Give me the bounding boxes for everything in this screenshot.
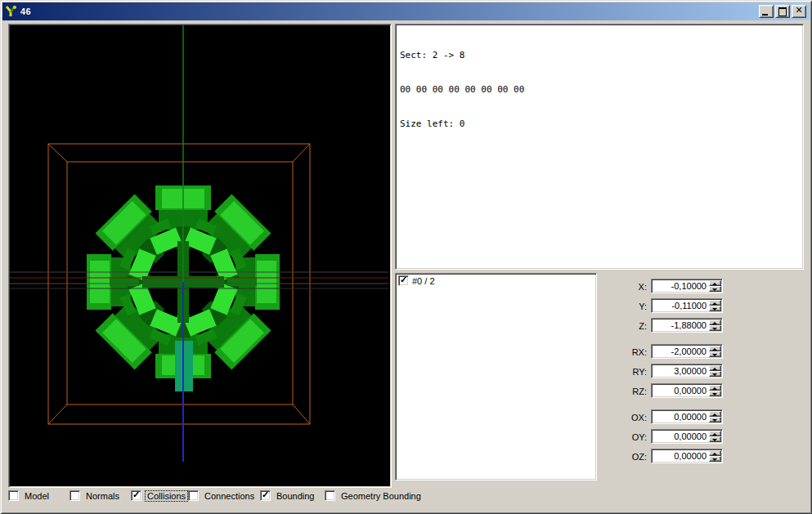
- checkbox-geometry-bounding[interactable]: Geometry Bounding: [325, 489, 423, 502]
- checkbox-collisions[interactable]: Collisions: [131, 489, 187, 502]
- ox-value[interactable]: 0,00000: [653, 411, 707, 422]
- spin-down-button[interactable]: [709, 436, 721, 442]
- normals-label: Normals: [84, 491, 121, 501]
- z-value[interactable]: -1,88000: [653, 320, 707, 331]
- oz-field[interactable]: 0,00000: [651, 449, 723, 463]
- spin-down-button[interactable]: [709, 306, 721, 311]
- rz-field[interactable]: 0,00000: [651, 383, 723, 398]
- spin-up-button[interactable]: [709, 365, 721, 371]
- oz-label: OZ:: [614, 449, 647, 465]
- bounding-label: Bounding: [275, 491, 316, 501]
- spin-down-button[interactable]: [709, 371, 721, 377]
- checkbox-connections[interactable]: Connections: [188, 489, 256, 502]
- spin-down-button[interactable]: [709, 417, 721, 422]
- rx-label: RX:: [614, 345, 647, 360]
- info-line-size: Size left: 0: [400, 118, 799, 130]
- rz-label: RZ:: [614, 384, 647, 400]
- rx-field[interactable]: -2,00000: [651, 344, 723, 359]
- oz-value[interactable]: 0,00000: [653, 450, 707, 462]
- oy-value[interactable]: 0,00000: [653, 431, 707, 442]
- model-label: Model: [23, 491, 51, 501]
- y-field[interactable]: -0,11000: [651, 298, 723, 313]
- z-label: Z:: [614, 319, 647, 334]
- window-title: 46: [20, 7, 759, 16]
- object-list[interactable]: #0 / 2: [395, 273, 597, 480]
- spin-up-button[interactable]: [709, 450, 721, 456]
- connections-checkbox[interactable]: [188, 490, 199, 501]
- z-field[interactable]: -1,88000: [651, 318, 723, 333]
- minimize-icon: [762, 14, 768, 16]
- spin-down-button[interactable]: [709, 325, 721, 331]
- normals-checkbox[interactable]: [70, 490, 80, 501]
- spin-up-button[interactable]: [709, 385, 721, 391]
- geometry-bounding-checkbox[interactable]: [325, 490, 335, 501]
- spin-down-button[interactable]: [709, 351, 721, 357]
- title-bar[interactable]: 46 ✕: [2, 2, 810, 20]
- ry-field[interactable]: 3,00000: [651, 364, 723, 378]
- list-item-checkbox[interactable]: [398, 275, 409, 286]
- collisions-label: Collisions: [146, 491, 187, 501]
- x-value[interactable]: -0,10000: [653, 280, 707, 292]
- maximize-icon: [778, 7, 787, 16]
- spin-up-button[interactable]: [709, 300, 721, 306]
- info-line-hex: 00 00 00 00 00 00 00 00: [400, 84, 799, 96]
- checkbox-model[interactable]: Model: [8, 489, 51, 502]
- viewport-3d[interactable]: [8, 24, 392, 488]
- geometry-bounding-label: Geometry Bounding: [339, 491, 423, 501]
- app-window: 46 ✕: [0, 0, 812, 514]
- ox-field[interactable]: 0,00000: [651, 409, 723, 424]
- spin-down-button[interactable]: [709, 456, 721, 462]
- rx-value[interactable]: -2,00000: [653, 346, 707, 357]
- ox-label: OX:: [614, 410, 647, 426]
- y-value[interactable]: -0,11000: [653, 300, 707, 311]
- maximize-button[interactable]: [775, 5, 790, 18]
- ry-value[interactable]: 3,00000: [653, 365, 707, 377]
- y-label: Y:: [614, 299, 647, 315]
- x-label: X:: [614, 279, 647, 295]
- spin-up-button[interactable]: [709, 346, 721, 351]
- list-item-label: #0 / 2: [412, 276, 435, 286]
- connections-label: Connections: [203, 491, 256, 501]
- minimize-button[interactable]: [759, 5, 774, 18]
- close-button[interactable]: ✕: [792, 5, 806, 18]
- info-panel: Sect: 2 -> 8 00 00 00 00 00 00 00 00 Siz…: [395, 24, 804, 270]
- spin-up-button[interactable]: [709, 320, 721, 325]
- model-checkbox[interactable]: [8, 490, 19, 501]
- checkbox-normals[interactable]: Normals: [70, 489, 121, 502]
- close-icon: ✕: [792, 5, 805, 16]
- list-item[interactable]: #0 / 2: [396, 274, 596, 288]
- spin-down-button[interactable]: [709, 286, 721, 292]
- spin-up-button[interactable]: [709, 431, 721, 436]
- rz-value[interactable]: 0,00000: [653, 385, 707, 396]
- oy-label: OY:: [614, 430, 647, 445]
- oy-field[interactable]: 0,00000: [651, 429, 723, 444]
- spin-up-button[interactable]: [709, 411, 721, 417]
- viewport-render: [10, 25, 388, 485]
- spin-down-button[interactable]: [709, 391, 721, 396]
- collisions-checkbox[interactable]: [131, 490, 141, 501]
- bounding-checkbox[interactable]: [260, 490, 271, 501]
- spin-up-button[interactable]: [709, 280, 721, 286]
- app-icon: [5, 5, 18, 18]
- checkbox-bounding[interactable]: Bounding: [260, 489, 316, 502]
- x-field[interactable]: -0,10000: [651, 279, 723, 293]
- info-line-sect: Sect: 2 -> 8: [400, 50, 799, 61]
- ry-label: RY:: [614, 364, 647, 380]
